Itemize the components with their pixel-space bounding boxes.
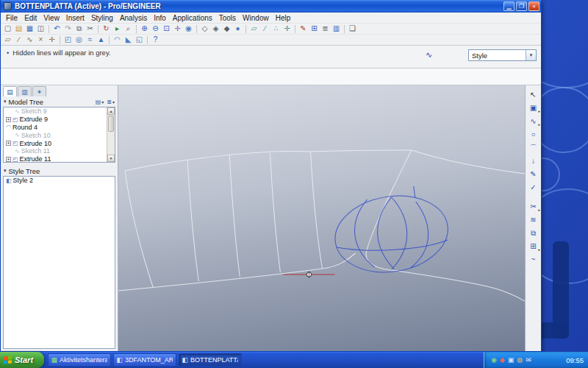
tree-item-sketch-9[interactable]: ∿Sketch 9 xyxy=(4,107,107,116)
style-done-check-button[interactable]: ✓ xyxy=(527,182,539,193)
tree-item-extrude-10[interactable]: +◰Extrude 10 xyxy=(4,139,107,147)
refit-icon[interactable]: ⊡ xyxy=(161,24,172,34)
start-button[interactable]: Start xyxy=(0,352,44,368)
style-trim-tool-button[interactable]: ✂▸ xyxy=(527,201,539,212)
tree-item-extrude-9[interactable]: +◰Extrude 9 xyxy=(4,116,107,124)
datum-csys-toggle-icon[interactable]: ✛ xyxy=(282,24,293,34)
style-combobox[interactable]: Style ▾ xyxy=(468,49,537,61)
menu-styling[interactable]: Styling xyxy=(88,14,116,22)
hidden-line-display-icon[interactable]: ◈ xyxy=(210,24,221,34)
model-tree[interactable]: ∿Sketch 9+◰Extrude 9◠Round 4∿Sketch 10+◰… xyxy=(3,107,115,163)
tray-icon-4[interactable]: ◍ xyxy=(517,357,523,364)
scroll-down-icon[interactable]: ▼ xyxy=(107,155,115,162)
style-surface-tool-button[interactable]: ⊞▸ xyxy=(527,241,539,252)
model-tree-scrollbar[interactable]: ▲ ▼ xyxy=(107,107,115,162)
maximize-button[interactable]: ❐ xyxy=(516,1,527,11)
style-circle-tool-button[interactable]: ○ xyxy=(527,129,539,140)
select-tool-button[interactable]: ↖ xyxy=(527,89,539,100)
tree-item-sketch-10[interactable]: ∿Sketch 10 xyxy=(4,131,107,139)
round-tool-icon[interactable]: ◠ xyxy=(112,35,123,45)
style-edit-curve-tool-button[interactable]: ✎ xyxy=(527,169,539,180)
taskbar-button-3[interactable]: ◧BOTTENPLATTA (Acti... xyxy=(179,353,242,367)
menu-edit[interactable]: Edit xyxy=(21,14,40,22)
print-icon[interactable]: ◫ xyxy=(35,24,46,34)
expand-toggle[interactable]: + xyxy=(6,141,11,146)
menu-info[interactable]: Info xyxy=(151,14,169,22)
copy-icon[interactable]: ⧉ xyxy=(74,24,85,34)
save-file-icon[interactable]: ▦ xyxy=(24,24,35,34)
shell-tool-icon[interactable]: ◱ xyxy=(134,35,145,45)
shaded-display-icon[interactable]: ● xyxy=(232,24,243,34)
datum-planes-toggle-icon[interactable]: ▱ xyxy=(248,24,259,34)
style-offset-tool-button[interactable]: ≋ xyxy=(527,214,539,225)
new-window-icon[interactable]: ❏ xyxy=(347,24,358,34)
style-copy-tool-button[interactable]: ⧉ xyxy=(527,227,539,238)
menu-tools[interactable]: Tools xyxy=(216,14,239,22)
tree-item-extrude-11[interactable]: +◰Extrude 11 xyxy=(4,155,107,162)
style-drop-curve-tool-button[interactable]: ↓ xyxy=(527,155,539,166)
collapse-arrow-icon[interactable]: ▾ xyxy=(4,99,7,105)
scroll-up-icon[interactable]: ▲ xyxy=(107,107,115,115)
style-tree[interactable]: ◧Style 2 xyxy=(3,176,115,349)
menu-help[interactable]: Help xyxy=(273,14,294,22)
tree-item-style-2[interactable]: ◧Style 2 xyxy=(4,177,115,185)
chevron-down-icon[interactable]: ▾ xyxy=(526,50,536,60)
undo-icon[interactable]: ↶ xyxy=(51,24,62,34)
close-button[interactable]: × xyxy=(528,1,539,11)
menu-insert[interactable]: Insert xyxy=(63,14,87,22)
tree-item-round-4[interactable]: ◠Round 4 xyxy=(4,124,107,132)
tray-icon-2[interactable]: ◆ xyxy=(500,357,505,364)
regenerate-icon[interactable]: ↻ xyxy=(101,24,112,34)
style-connect-tool-button[interactable]: ~ xyxy=(527,254,539,265)
collapse-arrow-icon[interactable]: ▾ xyxy=(4,168,7,174)
orient-mode-icon[interactable]: ◉ xyxy=(183,24,194,34)
tree-item-sketch-11[interactable]: ∿Sketch 11 xyxy=(4,147,107,155)
datum-points-toggle-icon[interactable]: ∴ xyxy=(270,24,282,34)
cut-icon[interactable]: ✂ xyxy=(85,24,96,34)
zoom-out-icon[interactable]: ⊖ xyxy=(150,24,161,34)
redo-icon[interactable]: ↷ xyxy=(62,24,74,34)
style-arc-tool-button[interactable]: ⌒ xyxy=(527,142,539,153)
expand-toggle[interactable]: + xyxy=(6,117,11,122)
tray-icon-3[interactable]: ▣ xyxy=(508,357,514,364)
tray-icon-1[interactable]: ◉ xyxy=(491,357,497,364)
blend-tool-icon[interactable]: ▲ xyxy=(96,35,107,45)
datum-point-tool-icon[interactable]: × xyxy=(35,35,46,45)
new-file-icon[interactable]: ▢ xyxy=(2,24,13,34)
layers-icon[interactable]: ≣ xyxy=(320,24,331,34)
datum-plane-tool-icon[interactable]: ▱ xyxy=(2,35,13,45)
open-file-icon[interactable]: ▤ xyxy=(13,24,24,34)
menu-analysis[interactable]: Analysis xyxy=(117,14,150,22)
saved-views-icon[interactable]: ⊞ xyxy=(309,24,320,34)
folder-browser-tab[interactable]: ▥ xyxy=(18,86,32,96)
sketch-tool-icon[interactable]: ∿ xyxy=(24,35,35,45)
tree-settings-menu-button[interactable]: ≣▾ xyxy=(107,99,115,105)
style-active-plane-tool-button[interactable]: ▣▸ xyxy=(527,102,539,113)
menu-file[interactable]: File xyxy=(3,14,21,22)
revolve-tool-icon[interactable]: ◎ xyxy=(74,35,85,45)
taskbar-button-1[interactable]: ▦Aktivitetshanteraren xyxy=(48,353,111,367)
scrollbar-track[interactable] xyxy=(107,132,115,155)
model-player-icon[interactable]: ▸ xyxy=(112,24,123,34)
title-bar[interactable]: BOTTENPLATTA (Active) - Pro/ENGINEER ▁ ❐… xyxy=(1,0,541,13)
scrollbar-thumb[interactable] xyxy=(108,116,114,132)
no-hidden-display-icon[interactable]: ◆ xyxy=(221,24,232,34)
annotations-icon[interactable]: ✎ xyxy=(298,24,309,34)
wireframe-display-icon[interactable]: ◇ xyxy=(199,24,210,34)
graphics-viewport[interactable] xyxy=(118,85,525,351)
spin-center-icon[interactable]: ✛ xyxy=(172,24,183,34)
taskbar-button-2[interactable]: ◧3DFANTOM_ARATRO... xyxy=(113,353,176,367)
menu-window[interactable]: Window xyxy=(240,14,272,22)
tray-icon-5[interactable]: ✉ xyxy=(526,357,531,364)
sweep-tool-icon[interactable]: ≈ xyxy=(85,35,96,45)
menu-view[interactable]: View xyxy=(40,14,62,22)
chamfer-tool-icon[interactable]: ◣ xyxy=(123,35,134,45)
favorites-tab[interactable]: ✶ xyxy=(32,86,46,96)
datum-axis-tool-icon[interactable]: ∕ xyxy=(13,35,24,45)
extrude-tool-icon[interactable]: ◰ xyxy=(62,35,74,45)
zoom-in-icon[interactable]: ⊕ xyxy=(139,24,150,34)
style-curve-tool-button[interactable]: ∿▸ xyxy=(527,116,539,127)
tree-show-menu-button[interactable]: ▤▾ xyxy=(96,99,104,105)
csys-tool-icon[interactable]: ✛ xyxy=(46,35,57,45)
search-icon[interactable]: ⌕ xyxy=(123,24,134,34)
